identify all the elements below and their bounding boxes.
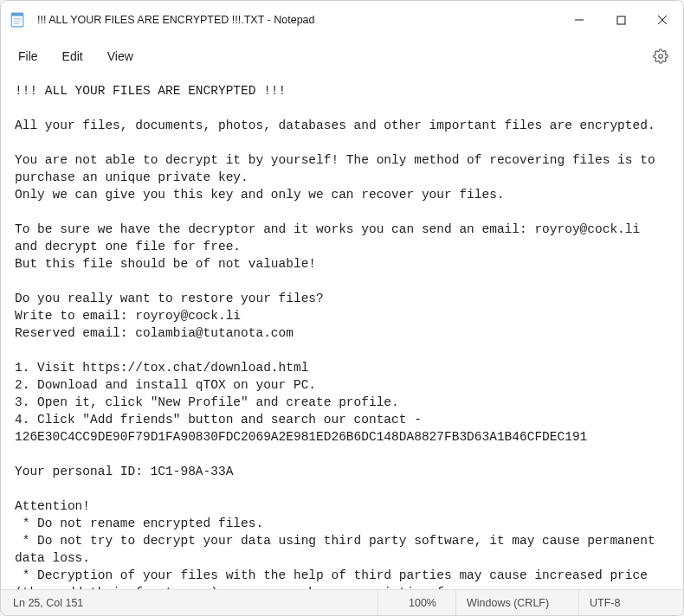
- gear-icon[interactable]: [652, 48, 669, 65]
- titlebar[interactable]: !!! ALL YOUR FILES ARE ENCRYPTED !!!.TXT…: [1, 1, 683, 39]
- svg-point-9: [659, 55, 663, 59]
- text-editor-area[interactable]: !!! ALL YOUR FILES ARE ENCRYPTED !!! All…: [1, 74, 683, 589]
- minimize-button[interactable]: [558, 1, 600, 39]
- status-cursor-position: Ln 25, Col 151: [1, 590, 378, 615]
- notepad-icon: [10, 12, 25, 28]
- status-line-ending: Windows (CRLF): [456, 590, 579, 615]
- notepad-window: !!! ALL YOUR FILES ARE ENCRYPTED !!!.TXT…: [0, 0, 684, 616]
- statusbar: Ln 25, Col 151 100% Windows (CRLF) UTF-8: [1, 589, 683, 615]
- status-zoom: 100%: [378, 590, 456, 615]
- menu-edit[interactable]: Edit: [50, 44, 95, 68]
- menubar: File Edit View: [1, 39, 683, 74]
- status-encoding: UTF-8: [579, 590, 683, 615]
- menu-view[interactable]: View: [95, 44, 145, 68]
- window-controls: [558, 1, 683, 39]
- close-button[interactable]: [642, 1, 683, 39]
- window-title: !!! ALL YOUR FILES ARE ENCRYPTED !!!.TXT…: [37, 14, 558, 26]
- menu-file[interactable]: File: [6, 44, 50, 68]
- svg-rect-6: [617, 16, 625, 24]
- svg-rect-1: [11, 13, 23, 16]
- maximize-button[interactable]: [600, 1, 642, 39]
